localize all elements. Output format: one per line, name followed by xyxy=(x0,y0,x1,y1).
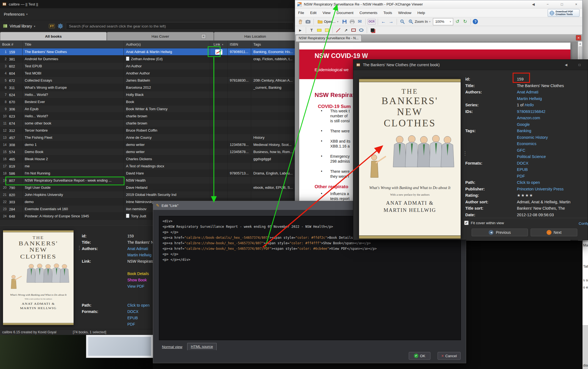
virtual-library-button[interactable]: Virtual library ▾ xyxy=(3,24,35,28)
menu-item[interactable]: Comments xyxy=(357,9,380,17)
col-authors[interactable]: Author(s) xyxy=(124,41,210,48)
ellipse-tool-icon[interactable] xyxy=(358,27,365,34)
rotate-left-icon[interactable]: ↺ xyxy=(454,18,461,25)
document-tab[interactable]: NSW Respiratory Surveillance Re - N... xyxy=(296,35,362,41)
detail-link[interactable]: Amazon.com xyxy=(517,116,540,120)
detail-link[interactable]: Click to open xyxy=(517,180,540,185)
configure-link[interactable]: Config... xyxy=(579,221,588,226)
maximize-button[interactable]: □ xyxy=(574,63,585,67)
table-row[interactable]: 14308demo 1demo writer12345678...Medieva… xyxy=(0,141,296,148)
detail-link[interactable]: Hello xyxy=(525,103,534,107)
minimize-button[interactable]: − xyxy=(542,0,554,8)
close-icon[interactable]: × xyxy=(201,34,206,39)
table-row[interactable]: 11674some other bookcharlie brown xyxy=(0,120,296,127)
col-tags[interactable]: Tags xyxy=(251,41,296,48)
color-swatch-icon[interactable] xyxy=(369,27,376,34)
view-pdf-link[interactable]: View PDF xyxy=(127,284,144,290)
popup-titlebar[interactable]: The Bankers' New Clothes (the current bo… xyxy=(353,60,588,70)
menu-item[interactable]: Edit xyxy=(307,9,320,17)
highlight-tool-icon[interactable] xyxy=(316,27,323,34)
tab-normal-view[interactable]: Normal view xyxy=(161,343,183,350)
table-row[interactable]: 17819meA Test of Headings docx xyxy=(0,163,296,170)
menu-item[interactable]: View xyxy=(320,9,334,17)
detail-link[interactable]: GFC xyxy=(517,148,525,152)
typewriter-tool-icon[interactable]: T xyxy=(308,27,315,34)
print-icon[interactable] xyxy=(349,18,356,25)
table-row[interactable]: 13457The Fishing FleetAnne de CourcyHist… xyxy=(0,134,296,141)
menu-item[interactable]: Tools xyxy=(380,9,395,17)
menu-item[interactable]: Document xyxy=(334,9,357,17)
previous-button[interactable]: ◀ Previous xyxy=(472,229,528,236)
detail-link[interactable]: EPUB xyxy=(517,167,528,172)
open-button[interactable]: Open... ▾ xyxy=(316,18,340,25)
detail-link[interactable]: Martin Hellwig xyxy=(127,253,152,259)
detail-link[interactable]: DOCX xyxy=(517,161,528,165)
table-row[interactable]: 2381Android for DummiesZethan Andrew (Ed… xyxy=(0,56,296,63)
detail-link[interactable]: Banking xyxy=(517,129,531,133)
edit-link-icon[interactable] xyxy=(215,49,222,55)
table-row[interactable]: 3602Test EPUBAn Author xyxy=(0,63,296,70)
table-row[interactable]: 9306An EpubBook Writer & Tom Clancy xyxy=(0,106,296,113)
table-row[interactable]: 6311What's Wrong with EuropeBarcelona 20… xyxy=(0,84,296,91)
snapshot-icon[interactable] xyxy=(304,18,312,25)
col-link[interactable]: Link▲ xyxy=(210,41,228,48)
format-link[interactable]: PDF xyxy=(127,322,135,328)
search-input[interactable] xyxy=(66,22,294,30)
table-row[interactable]: 4604Test MOBIAnother Author xyxy=(0,70,296,77)
table-row[interactable]: 5672Collected EssaysJames Baldwin9781883… xyxy=(0,77,296,84)
rectangle-tool-icon[interactable] xyxy=(350,27,357,34)
note-tool-icon[interactable] xyxy=(323,27,331,34)
zoom-level-select[interactable]: 100% ▾ xyxy=(433,18,453,25)
table-row[interactable]: 21820John Hopkins University2019 Global … xyxy=(0,191,296,198)
next-page-icon[interactable]: → xyxy=(388,18,395,25)
col-isbn[interactable]: ISBN xyxy=(228,41,251,48)
tab-has-location[interactable]: Has Location xyxy=(214,32,296,41)
book-details-link[interactable]: Book Details xyxy=(127,271,149,278)
detail-link[interactable]: Economic History xyxy=(517,135,548,140)
download-pdf-tools-button[interactable]: Download PDFCreation Tools xyxy=(548,9,579,17)
table-row[interactable]: 16465Bleak House 2Charles Dickensggdsgdg… xyxy=(0,156,296,163)
preferences-menu[interactable]: Preferences ▾ xyxy=(4,12,28,16)
pdf-titlebar[interactable]: NSW Respiratory Surveillance Re - NSW He… xyxy=(295,0,582,9)
back-icon[interactable]: ◀ xyxy=(561,63,572,67)
help-icon[interactable]: ? xyxy=(473,19,478,24)
detail-link[interactable]: Economics xyxy=(517,142,536,146)
table-row[interactable]: 8670Bestest EverBook xyxy=(0,98,296,106)
cancel-button[interactable]: × Cancel xyxy=(438,352,461,360)
table-row[interactable]: 7624Hello... World?Holly Black xyxy=(0,91,296,98)
col-book-num[interactable]: Book # xyxy=(0,41,23,48)
format-link[interactable]: DOCX xyxy=(127,309,138,316)
scroll-up-icon[interactable]: ▲ xyxy=(578,41,582,46)
menu-item[interactable]: File xyxy=(295,9,307,17)
detail-link[interactable]: Anat Admati xyxy=(127,246,148,253)
arrow-tool-icon[interactable]: ↗ xyxy=(342,27,349,34)
book-cover-large[interactable]: THE BANKERS' NEW CLOTHES xyxy=(359,78,461,239)
show-book-link[interactable]: Show Book xyxy=(127,278,147,284)
detail-link[interactable]: 9780691156842 xyxy=(517,109,545,114)
tab-html-source[interactable]: HTML source xyxy=(187,343,217,350)
format-link[interactable]: EPUB xyxy=(127,316,138,322)
checkbox-checked-icon[interactable]: ✔ xyxy=(464,221,469,225)
fit-cover-checkbox[interactable]: ✔ Fit cover within view xyxy=(464,221,504,225)
close-document-icon[interactable]: × xyxy=(576,35,581,40)
select-tool-icon[interactable]: ► xyxy=(297,27,304,34)
ocr-icon[interactable]: OCR xyxy=(368,19,376,24)
table-row[interactable]: 1159The Bankers' New ClothesAnat Admati … xyxy=(0,48,296,56)
table-row[interactable]: 18586I'm Not RunningDavid Hare97805713..… xyxy=(0,170,296,177)
next-button[interactable]: → Next xyxy=(531,229,577,236)
line-tool-icon[interactable] xyxy=(335,27,342,34)
detail-link[interactable]: Princeton University Press xyxy=(517,187,564,191)
table-row[interactable]: 10623Hello... World?charlie brown xyxy=(0,113,296,120)
table-row[interactable]: 15574Demo Bookdemo writer12345678...Busi… xyxy=(0,148,296,156)
save-icon[interactable] xyxy=(341,18,348,25)
path-link[interactable]: Click to open xyxy=(127,303,150,309)
rotate-right-icon[interactable]: ↻ xyxy=(461,18,469,25)
detail-link[interactable]: Anat Admati xyxy=(517,90,538,94)
ok-button[interactable]: ✔ OK xyxy=(409,352,430,360)
maximize-button[interactable]: □ xyxy=(556,0,568,8)
tab-has-cover[interactable]: Has Cover × xyxy=(107,32,214,41)
zoom-out-icon[interactable] xyxy=(399,18,406,25)
detail-link[interactable]: Martin Hellwig xyxy=(517,96,542,101)
fulltext-search-icon[interactable]: FT xyxy=(49,24,55,28)
detail-link[interactable]: Google xyxy=(517,122,530,127)
